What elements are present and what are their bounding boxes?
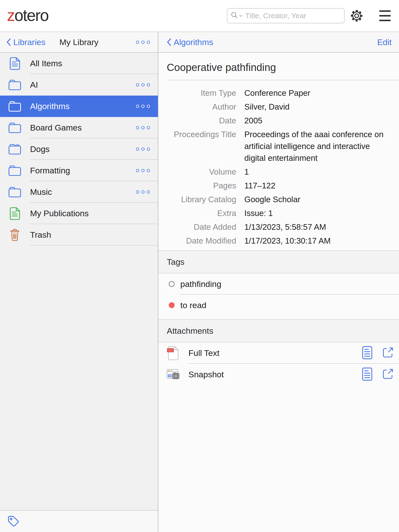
sidebar-footer xyxy=(0,510,158,532)
pdf-file-icon xyxy=(166,346,180,361)
library-options-button[interactable] xyxy=(134,39,151,45)
gear-icon xyxy=(350,20,364,23)
document-green-icon xyxy=(7,207,22,220)
folder-icon xyxy=(7,101,22,112)
ellipsis-icon xyxy=(136,105,139,108)
sidebar-item-trash[interactable]: Trash xyxy=(0,224,158,246)
open-external-button[interactable] xyxy=(382,368,394,381)
ellipsis-icon xyxy=(136,126,139,129)
field-value: Issue: 1 xyxy=(244,207,392,219)
field-row-date-added: Date Added 1/13/2023, 5:58:57 AM xyxy=(167,221,399,233)
folder-icon xyxy=(7,186,22,198)
field-value: 1 xyxy=(244,166,392,178)
tags-section-header: Tags xyxy=(158,250,399,273)
open-external-icon xyxy=(382,347,394,359)
sidebar-item-formatting[interactable]: Formatting xyxy=(0,160,158,181)
collection-options-button[interactable] xyxy=(134,167,151,174)
field-value: Silver, David xyxy=(244,101,392,113)
back-label: Libraries xyxy=(13,37,45,47)
field-row-volume: Volume 1 xyxy=(167,166,399,178)
field-label: Date Modified xyxy=(167,235,236,247)
open-external-button[interactable] xyxy=(382,347,394,359)
view-notes-button[interactable] xyxy=(362,367,372,382)
tag-name: pathfinding xyxy=(180,279,221,289)
ellipsis-icon xyxy=(136,83,139,86)
tags-heading: Tags xyxy=(167,257,184,267)
sidebar-item-all-items[interactable]: All Items xyxy=(0,53,158,74)
field-value: Google Scholar xyxy=(244,194,392,205)
field-value: 1/13/2023, 5:58:57 AM xyxy=(244,221,392,233)
library-sidebar: Libraries My Library All Items AI xyxy=(0,32,158,532)
tag-color-dot-empty xyxy=(169,281,175,287)
chevron-left-icon xyxy=(6,38,11,46)
sidebar-item-label: AI xyxy=(30,80,38,90)
metadata-fields: Item Type Conference Paper Author Silver… xyxy=(167,87,399,247)
folder-icon xyxy=(7,165,22,176)
sidebar-item-dogs[interactable]: Dogs xyxy=(0,138,158,160)
sidebar-item-algorithms[interactable]: Algorithms xyxy=(0,96,158,117)
collection-list: All Items AI Algorithms Bo xyxy=(0,53,158,246)
attachment-row-full-text[interactable]: Full Text xyxy=(158,342,399,364)
field-row-date: Date 2005 xyxy=(167,115,399,127)
collection-options-button[interactable] xyxy=(134,82,151,88)
collection-options-button[interactable] xyxy=(134,103,151,109)
settings-gear-button[interactable] xyxy=(350,9,364,23)
snapshot-icon xyxy=(166,368,180,381)
ellipsis-icon xyxy=(136,148,139,151)
collection-options-button[interactable] xyxy=(134,125,151,131)
chevron-left-icon xyxy=(167,38,171,46)
field-row-pages: Pages 117–122 xyxy=(167,180,399,192)
field-label: Date xyxy=(167,115,236,127)
search-field[interactable] xyxy=(227,8,345,23)
search-icon xyxy=(231,12,238,20)
field-value: 1/17/2023, 10:30:17 AM xyxy=(244,235,392,247)
folder-stack-icon xyxy=(7,144,22,155)
attachment-row-snapshot[interactable]: Snapshot xyxy=(158,364,399,385)
field-label: Date Added xyxy=(167,221,236,233)
attachment-name: Snapshot xyxy=(188,370,224,379)
note-icon xyxy=(362,346,372,360)
field-value: 117–122 xyxy=(244,180,392,192)
field-label: Pages xyxy=(167,180,236,192)
attachment-name: Full Text xyxy=(188,348,219,358)
ellipsis-icon xyxy=(136,41,139,44)
sidebar-item-music[interactable]: Music xyxy=(0,181,158,203)
sidebar-item-my-publications[interactable]: My Publications xyxy=(0,203,158,224)
ellipsis-icon xyxy=(136,169,139,172)
hamburger-menu-button[interactable] xyxy=(379,10,391,22)
field-value: Conference Paper xyxy=(244,87,392,99)
tag-row-pathfinding[interactable]: pathfinding xyxy=(158,273,399,295)
sidebar-item-label: Algorithms xyxy=(30,101,70,111)
field-label: Extra xyxy=(167,207,236,219)
back-to-libraries-button[interactable]: Libraries xyxy=(6,37,45,47)
field-row-library-catalog: Library Catalog Google Scholar xyxy=(167,194,399,205)
sidebar-item-label: My Publications xyxy=(30,209,89,218)
field-label: Volume xyxy=(167,166,236,178)
field-value: Proceedings of the aaai conference on ar… xyxy=(244,129,392,164)
attachments-section-header: Attachments xyxy=(158,319,399,342)
tag-icon xyxy=(7,524,19,528)
back-to-collection-button[interactable]: Algorithms xyxy=(167,37,213,47)
note-icon xyxy=(362,367,372,382)
field-value: 2005 xyxy=(244,115,392,127)
logo-rest: otero xyxy=(15,6,49,24)
sidebar-item-ai[interactable]: AI xyxy=(0,74,158,96)
sidebar-item-label: Dogs xyxy=(30,144,50,154)
trash-icon xyxy=(7,229,22,241)
edit-button[interactable]: Edit xyxy=(377,37,392,47)
collection-options-button[interactable] xyxy=(134,189,151,195)
field-label: Author xyxy=(167,101,236,113)
search-input[interactable] xyxy=(245,12,341,20)
tag-row-to-read[interactable]: to read xyxy=(158,295,399,316)
view-notes-button[interactable] xyxy=(362,346,372,360)
collection-options-button[interactable] xyxy=(134,146,151,152)
document-icon xyxy=(7,57,22,70)
field-row-author: Author Silver, David xyxy=(167,101,399,113)
field-label: Library Catalog xyxy=(167,194,236,205)
field-row-item-type: Item Type Conference Paper xyxy=(167,87,399,99)
sidebar-item-board-games[interactable]: Board Games xyxy=(0,117,158,138)
field-row-proceedings-title: Proceedings Title Proceedings of the aaa… xyxy=(167,129,399,164)
tag-filter-button[interactable] xyxy=(7,515,20,528)
logo-z: z xyxy=(7,6,15,24)
app-header: zotero xyxy=(0,0,399,32)
